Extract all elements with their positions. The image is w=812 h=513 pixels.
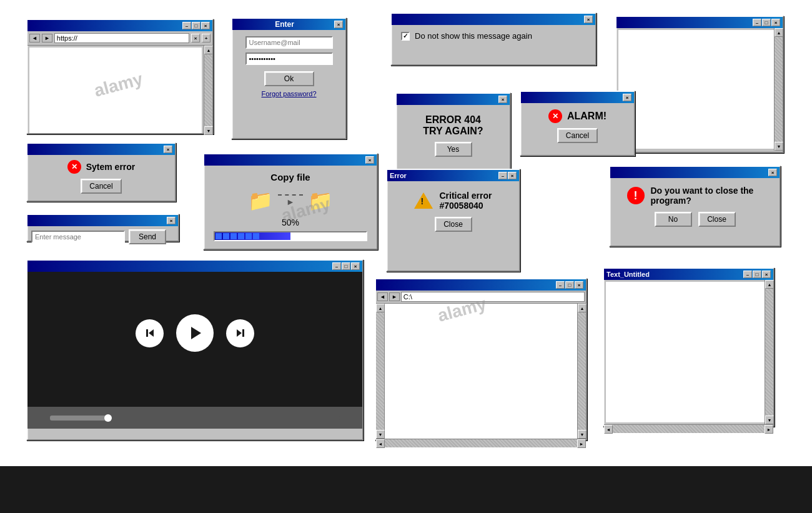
browser-address-input[interactable] [54, 33, 189, 43]
texteditor-minimize-btn[interactable]: – [743, 271, 752, 278]
empty-large-scroll-down[interactable]: ▼ [775, 142, 783, 151]
error404-yes-btn[interactable]: Yes [435, 142, 472, 157]
username-input[interactable] [245, 36, 333, 49]
filebrowser-scroll-right[interactable]: ► [577, 439, 586, 448]
arrow-right-icon: ► [286, 197, 295, 207]
browser-content-area [29, 47, 202, 133]
texteditor-scroll-down[interactable]: ▼ [765, 416, 774, 424]
alarm-close-btn[interactable]: × [623, 94, 631, 101]
texteditor-content[interactable] [606, 282, 765, 422]
browser-toolbar-x-btn[interactable]: + [202, 34, 210, 42]
donotshow-titlebar: × [392, 14, 595, 25]
closeprogram-close-action-btn[interactable]: Close [698, 212, 736, 227]
donotshow-checkbox[interactable]: ✓ [401, 32, 410, 41]
filebrowser-right-scroll-up[interactable]: ▲ [578, 304, 587, 312]
empty-large-maximize-btn[interactable]: □ [762, 19, 771, 26]
syserror-error-icon: ✕ [67, 160, 81, 174]
empty-large-scroll-thumb-v[interactable] [775, 37, 783, 142]
video-play-btn[interactable] [176, 314, 214, 352]
message-close-btn[interactable]: × [167, 217, 176, 224]
alarm-message-row: ✕ ALARM! [548, 109, 607, 123]
videoplayer-close-btn[interactable]: × [351, 262, 360, 270]
forgot-password-link[interactable]: Forgot password? [261, 90, 316, 97]
copyfile-progress-fill [215, 232, 290, 240]
exclaim-icon: ! [634, 189, 638, 202]
filebrowser-back-btn[interactable]: ◄ [377, 292, 388, 301]
browser-fwd-btn[interactable]: ► [42, 34, 52, 42]
browser-toolbar-close-btn[interactable]: × [191, 34, 200, 42]
video-next-btn[interactable] [226, 319, 254, 347]
filebrowser-fwd-btn[interactable]: ► [389, 292, 400, 301]
closeprogram-close-btn[interactable]: × [768, 169, 777, 176]
copyfile-window: × Copy file 📁 ► 📁 50% [203, 153, 378, 250]
message-input[interactable] [31, 231, 125, 243]
critical-close-btn[interactable]: × [508, 172, 517, 179]
critical-minimize-btn[interactable]: – [498, 172, 507, 179]
videoplayer-maximize-btn[interactable]: □ [342, 262, 350, 270]
texteditor-scroll-right[interactable]: ► [765, 425, 773, 434]
check-icon: ✓ [403, 32, 408, 39]
filebrowser-right-scroll-down[interactable]: ▼ [578, 430, 587, 439]
filebrowser-scroll-thumb-h[interactable] [385, 439, 577, 447]
critical-warn-icon [414, 191, 433, 210]
texteditor-title-buttons: – □ × [743, 271, 771, 278]
error404-close-btn[interactable]: × [498, 96, 507, 103]
browser-titlebar: – □ × [27, 20, 212, 31]
filebrowser-maximize-btn[interactable]: □ [565, 281, 574, 289]
donotshow-close-btn[interactable]: × [584, 16, 593, 23]
videoplayer-minimize-btn[interactable]: – [332, 262, 341, 270]
browser-scroll-up[interactable]: ▲ [204, 46, 213, 54]
donotshow-window: × ✓ Do not show this message again [390, 12, 597, 66]
filebrowser-content [385, 304, 577, 439]
browser-minimize-btn[interactable]: – [182, 22, 191, 29]
filebrowser-close-btn[interactable]: × [575, 281, 583, 289]
ok-button[interactable]: Ok [264, 71, 314, 86]
svg-marker-3 [237, 329, 242, 337]
critical-window: Error – × Critical error #70058040 Close [386, 169, 520, 272]
empty-large-close-btn[interactable]: × [771, 19, 780, 26]
syserror-close-btn[interactable]: × [164, 146, 172, 153]
ps6 [253, 233, 259, 239]
filebrowser-right-scroll-thumb[interactable] [578, 312, 586, 430]
alarm-message: ALARM! [567, 111, 607, 122]
browser-window: – □ × ◄ ► × + ▲ ▼ [26, 19, 214, 134]
browser-close-btn[interactable]: × [201, 22, 210, 29]
texteditor-close-btn[interactable]: × [762, 271, 771, 278]
filebrowser-scroll-left[interactable]: ◄ [376, 439, 385, 448]
alarm-content: ✕ ALARM! Cancel [521, 103, 634, 149]
browser-back-btn[interactable]: ◄ [29, 34, 40, 42]
critical-close-btn-action[interactable]: Close [435, 217, 472, 232]
syserror-cancel-btn[interactable]: Cancel [81, 179, 121, 194]
browser-scroll-down[interactable]: ▼ [204, 126, 213, 135]
message-send-btn[interactable]: Send [129, 229, 166, 244]
texteditor-scroll-thumb[interactable] [765, 289, 773, 416]
copyfile-close-btn[interactable]: × [365, 156, 374, 164]
prev-icon [144, 327, 156, 339]
login-close-btn[interactable]: × [334, 21, 343, 28]
svg-marker-2 [191, 327, 201, 339]
video-progress-thumb[interactable] [104, 414, 112, 422]
browser-scroll-thumb[interactable] [204, 54, 212, 126]
video-prev-btn[interactable] [136, 319, 164, 347]
closeprogram-no-btn[interactable]: No [655, 212, 692, 227]
filebrowser-left-scroll-thumb[interactable] [376, 312, 384, 430]
copyfile-title-text: Copy file [214, 172, 367, 182]
filebrowser-left-scroll-down[interactable]: ▼ [376, 430, 385, 439]
video-progress-bar[interactable] [50, 416, 340, 421]
filebrowser-address-input[interactable] [401, 292, 585, 302]
error-x-icon: ✕ [71, 162, 77, 171]
filebrowser-minimize-btn[interactable]: – [556, 281, 565, 289]
alarm-x-icon: ✕ [552, 112, 558, 121]
copyfile-content: Copy file 📁 ► 📁 50% [204, 166, 377, 247]
texteditor-scroll-thumb-h[interactable] [613, 425, 765, 433]
critical-content: Critical error #70058040 Close [387, 181, 519, 241]
texteditor-scroll-left[interactable]: ◄ [604, 425, 613, 434]
empty-large-minimize-btn[interactable]: – [753, 19, 761, 26]
empty-large-scroll-up[interactable]: ▲ [775, 28, 783, 37]
password-input[interactable] [245, 52, 333, 65]
browser-maximize-btn[interactable]: □ [192, 22, 201, 29]
filebrowser-left-scroll-up[interactable]: ▲ [376, 304, 385, 312]
alarm-cancel-btn[interactable]: Cancel [557, 128, 598, 143]
texteditor-maximize-btn[interactable]: □ [753, 271, 761, 278]
texteditor-scroll-up[interactable]: ▲ [765, 280, 774, 289]
